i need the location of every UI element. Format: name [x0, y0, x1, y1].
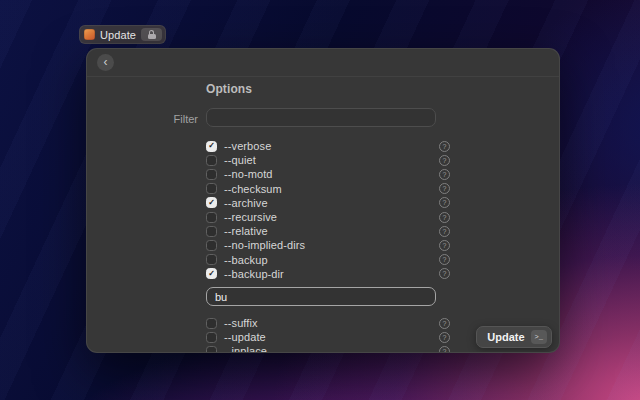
option-label: --checksum: [224, 183, 282, 195]
option-label: --recursive: [224, 211, 277, 223]
option-row-backup[interactable]: --backup ?: [206, 253, 450, 267]
checkbox[interactable]: [206, 254, 217, 265]
checkbox[interactable]: [206, 332, 217, 343]
help-icon[interactable]: ?: [439, 332, 450, 343]
option-label: --no-implied-dirs: [224, 239, 305, 251]
lock-icon: [148, 30, 156, 39]
help-icon[interactable]: ?: [439, 183, 450, 194]
lock-badge: [141, 28, 162, 41]
option-row-inplace[interactable]: --inplace ?: [206, 344, 450, 353]
option-row-checksum[interactable]: --checksum ?: [206, 182, 450, 196]
update-button[interactable]: Update >_: [476, 326, 552, 348]
option-label: --verbose: [224, 140, 271, 152]
option-label: --backup: [224, 254, 268, 266]
option-row-no-implied-dirs[interactable]: --no-implied-dirs ?: [206, 238, 450, 252]
option-label: --relative: [224, 225, 268, 237]
terminal-shortcut-icon: >_: [531, 330, 547, 344]
help-icon[interactable]: ?: [439, 346, 450, 353]
checkbox[interactable]: [206, 212, 217, 223]
help-icon[interactable]: ?: [439, 226, 450, 237]
checkbox[interactable]: [206, 268, 217, 279]
option-row-relative[interactable]: --relative ?: [206, 224, 450, 238]
window-header: ‹: [87, 49, 559, 77]
command-chip[interactable]: Update: [79, 25, 166, 44]
checkbox[interactable]: [206, 155, 217, 166]
checkbox[interactable]: [206, 318, 217, 329]
option-label: --update: [224, 331, 266, 343]
options-list: --verbose ? --quiet ? --no-motd ? --chec…: [206, 139, 450, 281]
option-row-archive[interactable]: --archive ?: [206, 196, 450, 210]
option-label: --inplace: [224, 345, 267, 353]
checkbox[interactable]: [206, 141, 217, 152]
checkbox[interactable]: [206, 240, 217, 251]
checkbox[interactable]: [206, 169, 217, 180]
command-form-window: ‹ Options Filter --verbose ? --quiet ? -…: [86, 48, 560, 353]
help-icon[interactable]: ?: [439, 197, 450, 208]
command-chip-label: Update: [100, 29, 136, 41]
option-row-suffix[interactable]: --suffix ?: [206, 316, 450, 330]
help-icon[interactable]: ?: [439, 212, 450, 223]
help-icon[interactable]: ?: [439, 268, 450, 279]
options-heading: Options: [206, 82, 252, 96]
option-label: --no-motd: [224, 168, 273, 180]
backup-dir-input[interactable]: [206, 287, 436, 306]
option-label: --quiet: [224, 154, 256, 166]
checkbox[interactable]: [206, 226, 217, 237]
app-icon: [84, 29, 95, 40]
checkbox[interactable]: [206, 346, 217, 353]
help-icon[interactable]: ?: [439, 141, 450, 152]
options-list-continued: --suffix ? --update ? --inplace ?: [206, 316, 450, 353]
option-row-verbose[interactable]: --verbose ?: [206, 139, 450, 153]
help-icon[interactable]: ?: [439, 155, 450, 166]
checkbox[interactable]: [206, 183, 217, 194]
filter-label: Filter: [87, 113, 198, 125]
help-icon[interactable]: ?: [439, 318, 450, 329]
option-label: --suffix: [224, 317, 258, 329]
update-button-label: Update: [487, 331, 524, 343]
help-icon[interactable]: ?: [439, 254, 450, 265]
option-row-backup-dir[interactable]: --backup-dir ?: [206, 267, 450, 281]
help-icon[interactable]: ?: [439, 240, 450, 251]
back-button[interactable]: ‹: [97, 54, 114, 71]
option-row-no-motd[interactable]: --no-motd ?: [206, 167, 450, 181]
option-label: --backup-dir: [224, 268, 284, 280]
help-icon[interactable]: ?: [439, 169, 450, 180]
option-label: --archive: [224, 197, 268, 209]
option-row-quiet[interactable]: --quiet ?: [206, 153, 450, 167]
option-row-recursive[interactable]: --recursive ?: [206, 210, 450, 224]
filter-input[interactable]: [206, 108, 436, 127]
option-row-update[interactable]: --update ?: [206, 330, 450, 344]
checkbox[interactable]: [206, 197, 217, 208]
